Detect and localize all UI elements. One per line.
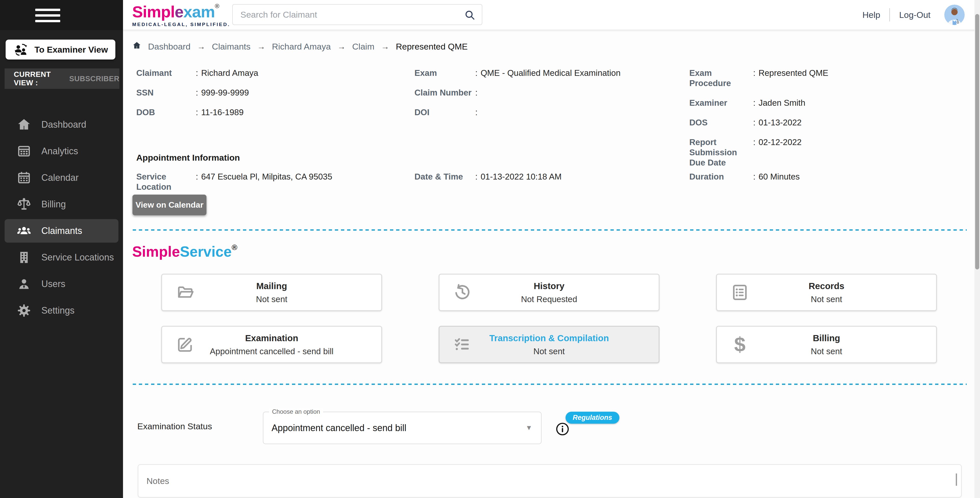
breadcrumb-item[interactable]: Claim [352,42,374,51]
info-icon[interactable] [555,422,570,436]
notes-field [138,464,962,498]
calendar-icon [15,170,33,185]
breadcrumb: Dashboard → Claimants → Richard Amaya → … [132,41,468,52]
main-content: Simplexam® MEDICAL-LEGAL, SIMPLIFIED. He… [123,0,980,498]
dollar-icon: $ [730,335,749,354]
dashed-divider [133,229,967,231]
analytics-icon [15,144,33,159]
breadcrumb-item[interactable]: Richard Amaya [272,42,331,51]
field-dob: DOB:11-16-1989 [136,107,258,118]
page-scrollbar-thumb[interactable] [975,14,979,270]
regulations-badge[interactable]: Regulations [566,412,619,424]
breadcrumb-item[interactable]: Dashboard [148,42,190,51]
field-date-time: Date & Time:01-13-2022 10:18 AM [414,172,562,191]
user-icon [15,276,33,291]
top-bar: Simplexam® MEDICAL-LEGAL, SIMPLIFIED. He… [123,0,980,30]
page-scrollbar-track[interactable] [974,0,980,498]
logout-link[interactable]: Log-Out [899,10,931,20]
claimants-people-icon [15,223,33,238]
search-icon[interactable] [464,9,476,21]
examination-status-label: Examination Status [137,421,212,431]
sidebar-item-users[interactable]: Users [0,271,123,297]
sidebar-header [0,0,123,30]
home-icon [15,117,33,132]
card-history[interactable]: History Not Requested [439,274,659,311]
field-exam: Exam:QME - Qualified Medical Examination [414,68,620,78]
card-examination[interactable]: Examination Appointment cancelled - send… [161,326,382,363]
sidebar-item-claimants[interactable]: Claimants [0,217,123,244]
edit-icon [175,335,195,354]
field-exam-procedure: Exam Procedure:Represented QME [689,68,828,88]
current-view-label: CURRENT VIEW : [14,70,65,87]
registered-mark: ® [232,243,237,252]
history-icon [453,283,472,302]
sidebar: To Examiner View CURRENT VIEW : SUBSCRIB… [0,0,123,498]
field-claim-number: Claim Number: [414,88,620,98]
swap-users-icon [13,42,29,57]
field-duration: Duration:60 Minutes [689,172,800,191]
field-ssn: SSN:999-99-9999 [136,88,258,98]
scale-icon [15,197,33,212]
registered-mark: ® [215,3,219,10]
breadcrumb-home-icon[interactable] [132,41,142,52]
app-root: To Examiner View CURRENT VIEW : SUBSCRIB… [0,0,980,498]
breadcrumb-current: Represented QME [396,42,468,51]
sidebar-item-dashboard[interactable]: Dashboard [0,111,123,138]
gear-icon [15,303,33,318]
field-claimant: Claimant:Richard Amaya [136,68,258,78]
view-on-calendar-button[interactable]: View on Calendar [132,195,207,215]
folder-open-icon [175,283,195,302]
simpleservice-title: SimpleService® [132,243,237,260]
chevron-down-icon: ▼ [525,412,532,444]
hamburger-menu-icon[interactable] [35,9,60,22]
checklist-icon [453,335,472,354]
card-transcription-compilation[interactable]: Transcription & Compilation Not sent [439,326,659,363]
claim-info-col1: Claimant:Richard Amaya SSN:999-99-9999 D… [136,68,258,127]
sidebar-item-calendar[interactable]: Calendar [0,164,123,191]
help-link[interactable]: Help [862,10,880,20]
sidebar-nav: Dashboard Analytics Calendar [0,111,123,324]
current-view-bar: CURRENT VIEW : SUBSCRIBER [5,69,119,89]
card-mailing[interactable]: Mailing Not sent [161,274,382,311]
dashed-divider [133,383,967,385]
field-dos: DOS:01-13-2022 [689,118,828,128]
breadcrumb-arrow-icon: → [197,42,205,51]
top-right-cluster: Help Log-Out [862,0,965,30]
examination-status-dropdown[interactable]: Choose an option Appointment cancelled -… [263,412,542,444]
to-examiner-view-label: To Examiner View [35,45,108,55]
breadcrumb-arrow-icon: → [257,42,266,51]
breadcrumb-item[interactable]: Claimants [212,42,250,51]
claim-info-col3: Exam Procedure:Represented QME Examiner:… [689,68,828,177]
user-avatar[interactable] [944,5,965,25]
app-logo[interactable]: Simplexam® MEDICAL-LEGAL, SIMPLIFIED. [132,3,230,27]
claim-info-col2: Exam:QME - Qualified Medical Examination… [414,68,620,127]
card-billing[interactable]: $ Billing Not sent [716,326,937,363]
claimant-search [232,4,482,25]
field-report-submission-due-date: Report Submission Due Date:02-12-2022 [689,137,828,168]
building-icon [15,250,33,265]
breadcrumb-arrow-icon: → [381,42,389,51]
sidebar-item-analytics[interactable]: Analytics [0,138,123,164]
header-divider [889,8,890,21]
sidebar-item-billing[interactable]: Billing [0,191,123,217]
field-examiner: Examiner:Jaden Smith [689,98,828,108]
sidebar-item-settings[interactable]: Settings [0,297,123,324]
notes-textarea[interactable] [138,465,961,497]
logo-tagline: MEDICAL-LEGAL, SIMPLIFIED. [132,22,230,27]
to-examiner-view-button[interactable]: To Examiner View [6,40,115,59]
breadcrumb-arrow-icon: → [337,42,345,51]
field-doi: DOI: [414,107,620,118]
dropdown-selected-value: Appointment cancelled - send bill [272,412,406,444]
current-view-value: SUBSCRIBER [69,75,119,83]
search-input[interactable] [233,5,482,24]
notes-scrollbar-thumb[interactable] [956,474,957,486]
records-list-icon [730,283,749,302]
sidebar-item-service-locations[interactable]: Service Locations [0,244,123,271]
card-records[interactable]: Records Not sent [716,274,937,311]
appointment-information-title: Appointment Information [136,153,240,163]
